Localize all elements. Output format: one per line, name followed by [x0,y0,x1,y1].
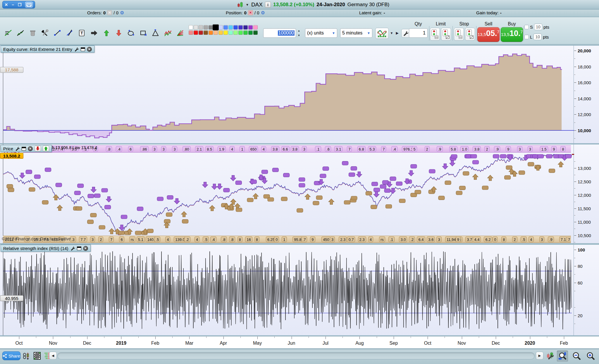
price-panel-tab[interactable]: Price ✕ [1,145,52,152]
share-button[interactable]: Share [2,351,20,360]
limit-points-input[interactable]: 10 [533,34,542,40]
stop-points-input[interactable]: 10 [534,24,542,30]
rectangle-tool[interactable] [138,28,149,38]
equity-window-icon[interactable] [81,47,85,51]
scroll-right-button[interactable]: ▶ [536,352,543,360]
position-gear-icon[interactable]: ⚙ [261,11,265,15]
amount-input[interactable]: 100000 [263,28,296,38]
text-tool[interactable]: T [77,28,87,38]
instrument-dropdown-icon[interactable]: ▼ [246,3,249,6]
color-swatch[interactable] [248,25,253,30]
color-swatch[interactable] [233,30,238,35]
horizontal-scrollbar[interactable] [57,352,535,359]
close-position-icon[interactable]: ✕ [248,10,253,15]
buy-marker-button[interactable] [43,146,49,151]
backtest-report-tool[interactable] [3,28,13,38]
color-swatch[interactable] [194,30,198,35]
restore-window-icon[interactable]: ❐ [18,2,22,7]
color-swatch[interactable] [228,30,233,35]
price-window-icon[interactable] [22,147,26,151]
color-swatch[interactable] [248,30,253,35]
price-plot-area[interactable] [3,144,574,243]
stop-order-button-2[interactable] [465,28,475,41]
color-swatch[interactable] [238,30,243,35]
color-swatch[interactable] [253,25,258,30]
scroll-left-button[interactable]: ◀ [49,352,57,360]
color-swatch[interactable] [238,25,243,30]
color-swatch[interactable] [223,25,228,30]
color-swatch[interactable] [214,30,218,35]
segment-tool[interactable] [52,28,63,38]
sell-button[interactable]: 13,505.7 [477,27,500,42]
color-swatch[interactable] [199,30,203,35]
zoom-out-button[interactable] [571,351,582,362]
buy-button[interactable]: 13,510.7 [501,27,523,42]
color-swatch[interactable] [189,25,193,30]
rsi-close-icon[interactable]: ✕ [83,246,88,251]
stop-checkbox[interactable] [524,25,529,29]
zoom-fit-button[interactable] [557,351,568,362]
color-swatch[interactable] [218,25,223,30]
color-swatch[interactable] [223,30,228,35]
color-swatch[interactable] [243,25,248,30]
color-swatch[interactable] [209,25,213,30]
color-swatch[interactable] [209,30,213,35]
equity-settings-wrench-icon[interactable] [74,47,79,52]
keyboard-icon[interactable] [25,2,33,8]
units-select[interactable]: (x) units▼ [305,28,337,38]
tools-tool[interactable] [40,28,50,38]
equity-panel-tab[interactable]: Equity curve: RSI Extreme 21 Entry ✕ [1,46,94,53]
chart-type-dropdown-icon[interactable]: ▼ [389,28,394,38]
close-window-icon[interactable]: ✕ [4,2,8,7]
chart-type-button[interactable] [375,28,389,39]
price-settings-wrench-icon[interactable] [15,146,20,151]
equity-plot-area[interactable] [3,46,574,143]
instrument-name[interactable]: DAX [251,1,263,8]
info-icon[interactable]: i [265,2,271,8]
rsi-plot-area[interactable] [3,245,574,335]
qty-input[interactable]: 1 [409,28,428,38]
rsi-panel-tab[interactable]: Relative strength index (RSI) (14) ✕ [1,245,91,252]
arrow-down-tool[interactable] [113,28,124,38]
fan-tool[interactable] [175,28,185,38]
equity-close-icon[interactable]: ✕ [87,47,92,52]
price-close-icon[interactable]: ✕ [28,146,33,151]
triangle-tool[interactable] [150,28,161,38]
color-swatch[interactable] [204,25,208,30]
rsi-window-icon[interactable] [77,246,81,250]
toolbar-expand-icon[interactable]: ▶ [395,28,400,38]
color-swatch[interactable] [253,30,258,35]
timeframe-select[interactable]: 5 minutes▼ [340,28,372,38]
color-swatch[interactable] [218,30,223,35]
news-icon[interactable] [33,351,42,360]
color-swatch[interactable] [228,25,233,30]
remove-line-tool[interactable] [64,28,75,38]
limit-checkbox[interactable] [524,35,529,39]
ellipse-tool[interactable] [126,28,136,38]
sell-marker-button[interactable] [35,146,41,151]
color-swatch[interactable] [189,30,193,35]
minimize-window-icon[interactable]: – [12,2,14,7]
color-swatch[interactable] [213,24,219,30]
color-swatch[interactable] [233,25,238,30]
orders-gear-icon[interactable]: ⚙ [120,11,124,15]
cancel-orders-icon[interactable]: ✕ [107,10,112,15]
zigzag-tool[interactable] [163,28,173,38]
stop-order-button-1[interactable] [454,28,464,41]
rsi-settings-wrench-icon[interactable] [70,246,75,251]
trendline-tool[interactable] [15,28,26,38]
color-swatch[interactable] [199,25,203,30]
arrow-right-tool[interactable] [89,28,99,38]
link-charts-icon[interactable] [22,351,31,360]
color-swatch[interactable] [194,25,198,30]
color-swatch[interactable] [204,30,208,35]
arrow-up-tool[interactable] [101,28,112,38]
color-swatch[interactable] [243,30,248,35]
limit-order-button-2[interactable] [441,28,451,41]
delete-tool[interactable] [27,28,38,38]
limit-order-button-1[interactable] [430,28,440,41]
chart-settings-icon[interactable] [546,351,555,360]
amount-stepper[interactable]: ▲▼ [297,28,301,38]
zoom-in-button[interactable] [585,351,596,362]
window-controls[interactable]: ✕ – ❐ [2,1,35,8]
